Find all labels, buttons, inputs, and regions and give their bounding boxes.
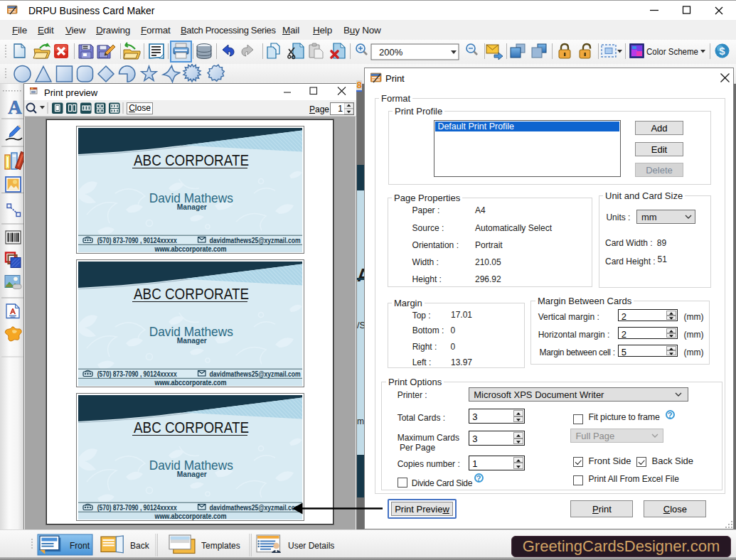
svg-text:davidmathews25@xyzmail.com: davidmathews25@xyzmail.com (210, 236, 301, 244)
svg-text:Manager: Manager (177, 336, 207, 345)
svg-text:A: A (8, 97, 22, 118)
svg-text:(570) 873-7090 , 90124xxxxx: (570) 873-7090 , 90124xxxxx (97, 503, 177, 512)
svg-text:Color Scheme: Color Scheme (646, 46, 698, 57)
svg-text:Manager: Manager (177, 470, 207, 478)
svg-text:ABC CORPORATE: ABC CORPORATE (134, 152, 249, 169)
svg-text:ABC CORPORATE: ABC CORPORATE (134, 419, 249, 436)
svg-text:www.abccorporate.com: www.abccorporate.com (154, 244, 227, 253)
svg-text:www.abccorporate.com: www.abccorporate.com (154, 378, 227, 387)
svg-text:davidmathews25@xyzmail.com: davidmathews25@xyzmail.com (210, 503, 301, 512)
svg-text:(570) 873-7090 , 90124xxxxx: (570) 873-7090 , 90124xxxxx (97, 236, 177, 244)
svg-text:$: $ (719, 45, 725, 57)
svg-text:ABC CORPORATE: ABC CORPORATE (134, 286, 249, 303)
svg-text:(570) 873-7090 , 90124xxxxx: (570) 873-7090 , 90124xxxxx (97, 370, 177, 378)
svg-text:200%: 200% (379, 47, 403, 58)
svg-text:Manager: Manager (177, 203, 207, 211)
svg-text:davidmathews25@xyzmail.com: davidmathews25@xyzmail.com (210, 370, 301, 378)
svg-text:www.abccorporate.com: www.abccorporate.com (154, 512, 227, 520)
